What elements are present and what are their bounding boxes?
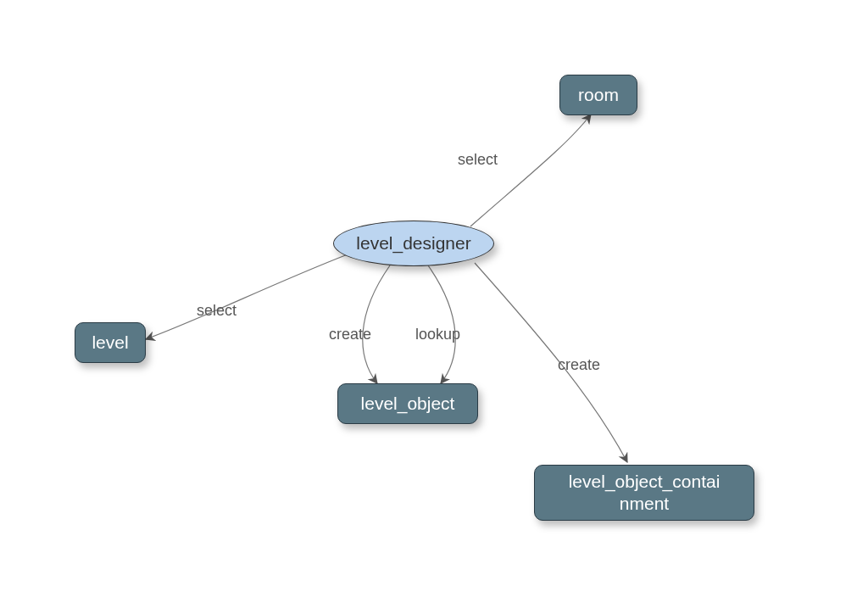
diagram-edges (0, 0, 868, 614)
edge-label-create-level-object: create (329, 326, 371, 343)
node-level-object-containment[interactable]: level_object_contai nment (534, 465, 754, 521)
edge-label-lookup-level-object: lookup (415, 326, 460, 343)
node-label: level_object_contai nment (569, 471, 721, 516)
node-level-object[interactable]: level_object (337, 383, 478, 424)
node-label: room (578, 84, 619, 106)
node-label: level (92, 332, 128, 354)
node-label: level_designer (356, 233, 470, 254)
edge-label-create-containment: create (558, 356, 600, 374)
edge-to-level-object-create (363, 265, 390, 383)
edge-to-room (470, 114, 591, 226)
node-level[interactable]: level (75, 322, 146, 363)
edge-to-level-object-lookup (428, 265, 455, 383)
node-level-designer[interactable]: level_designer (333, 220, 494, 266)
edge-label-select-level: select (197, 302, 236, 320)
edge-label-select-room: select (458, 151, 498, 169)
node-room[interactable]: room (559, 75, 637, 115)
edge-to-level-object-containment (475, 263, 627, 462)
edge-to-level (146, 254, 348, 339)
node-label: level_object (361, 393, 455, 415)
